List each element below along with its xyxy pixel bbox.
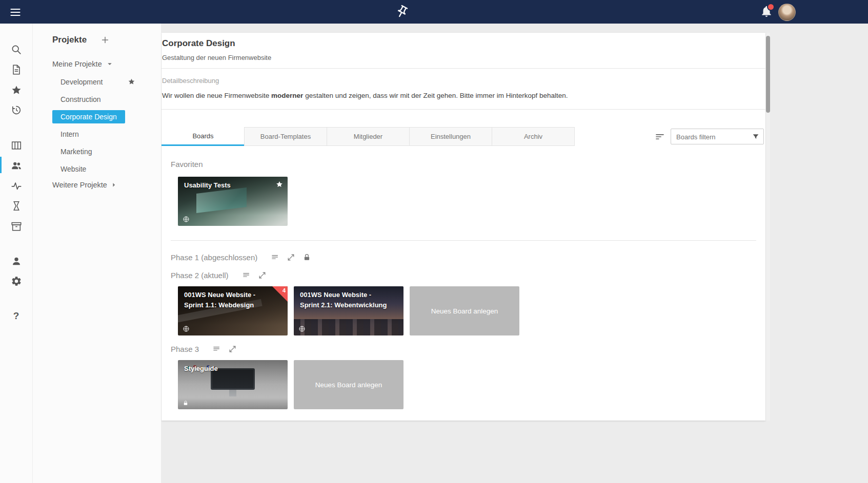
main-area: Corporate Design Gestaltung der neuen Fi… (161, 24, 868, 483)
sidebar-item-intern[interactable]: Intern (33, 125, 161, 143)
project-label[interactable]: Marketing (52, 145, 100, 158)
rail-archive-button[interactable] (0, 219, 32, 234)
group-header-phase-3: Phase 3 (171, 345, 765, 353)
sidebar-item-marketing[interactable]: Marketing (33, 143, 161, 160)
rail-settings-button[interactable] (0, 274, 32, 289)
page-subtitle: Gestaltung der neuen Firmenwebsite (162, 54, 765, 61)
sidebar-header: Projekte (52, 35, 110, 45)
add-project-icon[interactable] (100, 35, 110, 45)
globe-icon (183, 216, 190, 223)
project-label[interactable]: Website (52, 162, 94, 176)
group-list-icon[interactable] (242, 271, 251, 280)
project-label[interactable]: Intern (52, 128, 87, 141)
hourglass-icon (11, 200, 22, 212)
add-board-button[interactable]: Neues Board anlegen (410, 286, 519, 335)
group-label: Meine Projekte (52, 60, 102, 68)
project-label[interactable]: Development (52, 75, 111, 89)
board-card-usability-tests[interactable]: Usability Tests (178, 177, 288, 226)
lock-icon (302, 253, 311, 262)
rail-history-button[interactable] (0, 102, 32, 118)
vertical-scrollbar[interactable] (766, 33, 770, 421)
filter-funnel-icon[interactable] (752, 133, 760, 141)
rail-documents-button[interactable] (0, 62, 32, 77)
tab-boards[interactable]: Boards (162, 127, 245, 146)
group-label: Weitere Projekte (52, 181, 107, 189)
group-list-icon[interactable] (212, 345, 221, 353)
globe-icon (183, 325, 190, 332)
sidebar-item-development[interactable]: Development (33, 73, 161, 91)
user-avatar[interactable] (778, 4, 796, 21)
project-label[interactable]: Construction (52, 93, 109, 106)
globe-icon (298, 325, 306, 332)
board-card-sprint-2-1[interactable]: 001WS Neue Website - Sprint 2.1: Webentw… (294, 286, 403, 335)
project-detail-card: Corporate Design Gestaltung der neuen Fi… (162, 33, 765, 421)
expand-icon[interactable] (228, 345, 237, 353)
archive-box-icon (11, 221, 22, 232)
rail-favorites-button[interactable] (0, 82, 32, 98)
sidebar-item-construction[interactable]: Construction (33, 91, 161, 108)
rail-time-button[interactable] (0, 198, 32, 214)
group-header-phase-1: Phase 1 (abgeschlossen) (171, 253, 765, 262)
rail-activity-button[interactable] (0, 178, 32, 194)
expand-icon[interactable] (258, 271, 267, 280)
chevron-right-icon (109, 180, 118, 190)
sidebar-item-corporate-design[interactable]: Corporate Design (33, 108, 161, 125)
project-label-active[interactable]: Corporate Design (52, 110, 125, 123)
detail-description-text: Wir wollen die neue Firmenwebsite modern… (162, 91, 765, 100)
menu-hamburger-icon[interactable] (9, 6, 22, 18)
section-title-favoriten: Favoriten (171, 160, 765, 169)
favorites-board-row: Usability Tests (178, 177, 765, 226)
scrollbar-thumb[interactable] (766, 36, 770, 113)
detail-text-bold: moderner (271, 92, 303, 99)
icon-rail: ? (0, 24, 33, 483)
activity-pulse-icon (11, 180, 22, 192)
add-board-label: Neues Board anlegen (315, 381, 382, 389)
favorite-star-icon[interactable] (128, 78, 135, 86)
rail-profile-button[interactable] (0, 254, 32, 269)
app-window: ? Projekte Meine Projekte Development (0, 0, 868, 483)
favorite-star-icon[interactable] (275, 180, 284, 188)
tab-archiv[interactable]: Archiv (492, 127, 575, 146)
sidebar-title: Projekte (52, 35, 87, 45)
rail-help-button[interactable]: ? (0, 308, 32, 324)
tab-einstellungen[interactable]: Einstellungen (409, 127, 492, 146)
project-sidebar: Projekte Meine Projekte Development Cons… (33, 24, 161, 483)
group-title: Phase 2 (aktuell) (171, 271, 229, 280)
group-header-phase-2: Phase 2 (aktuell) (171, 271, 765, 280)
group-list-icon[interactable] (271, 253, 279, 262)
expand-icon[interactable] (287, 253, 295, 262)
app-pin-logo-icon (395, 4, 409, 19)
divider (171, 240, 756, 241)
rail-boards-button[interactable] (0, 138, 32, 153)
board-title: 001WS Neue Website - Sprint 1.1: Webdesi… (178, 286, 288, 310)
chevron-down-icon (105, 59, 114, 69)
lock-icon (183, 400, 189, 406)
sidebar-group-weitere-projekte[interactable]: Weitere Projekte (52, 180, 118, 190)
board-card-sprint-1-1[interactable]: 001WS Neue Website - Sprint 1.1: Webdesi… (178, 286, 288, 335)
rail-search-button[interactable] (0, 42, 32, 57)
project-list: Development Construction Corporate Desig… (33, 73, 161, 178)
group-title: Phase 3 (171, 345, 199, 353)
board-card-styleguide[interactable]: Styleguide (178, 360, 288, 409)
tab-mitglieder[interactable]: Mitglieder (327, 127, 410, 146)
document-icon (11, 64, 22, 75)
detail-text-post: gestalten und zeigen, dass wir mit der Z… (303, 92, 568, 99)
gear-icon (11, 276, 22, 287)
sidebar-group-meine-projekte[interactable]: Meine Projekte (52, 59, 114, 69)
divider (162, 68, 765, 69)
sort-options-icon[interactable] (655, 132, 665, 142)
board-filter-input[interactable] (675, 129, 749, 145)
sidebar-item-website[interactable]: Website (33, 160, 161, 178)
tab-board-templates[interactable]: Board-Templates (244, 127, 327, 146)
group-title: Phase 1 (abgeschlossen) (171, 253, 257, 262)
top-bar (0, 0, 868, 24)
add-board-button[interactable]: Neues Board anlegen (294, 360, 403, 409)
rail-members-button[interactable] (0, 158, 32, 173)
notification-badge (767, 3, 775, 11)
phase-3-board-row: Styleguide Neues Board anlegen (178, 360, 765, 409)
detail-description-label: Detailbeschreibung (162, 77, 765, 85)
help-question-icon: ? (13, 310, 19, 322)
notification-corner-badge: 4 (272, 286, 288, 302)
search-icon (11, 44, 22, 55)
star-icon (11, 85, 22, 96)
